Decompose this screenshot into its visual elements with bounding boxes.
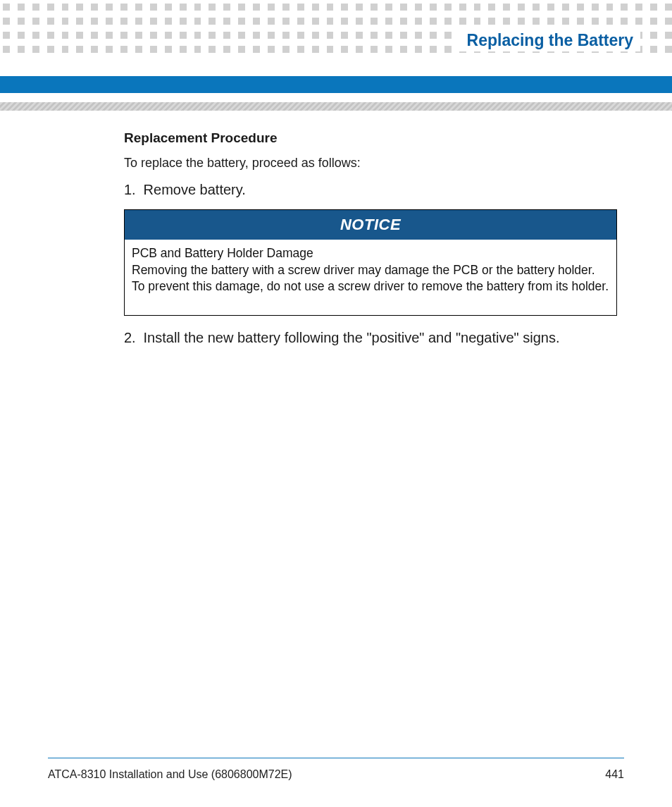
section-heading: Replacement Procedure [124, 130, 617, 146]
footer-doc-title: ATCA-8310 Installation and Use (6806800M… [48, 768, 292, 781]
footer-page-number: 441 [605, 768, 624, 781]
step-number: 2. [124, 330, 139, 346]
intro-text: To replace the battery, proceed as follo… [124, 156, 617, 171]
step-2: 2. Install the new battery following the… [124, 330, 617, 346]
header-blue-bar [0, 76, 672, 93]
chapter-title: Replacing the Battery [454, 30, 640, 51]
step-1: 1. Remove battery. [124, 182, 617, 198]
footer-rule [48, 758, 624, 758]
main-content: Replacement Procedure To replace the bat… [124, 130, 617, 357]
notice-header: NOTICE [125, 210, 616, 240]
footer: ATCA-8310 Installation and Use (6806800M… [48, 768, 624, 781]
notice-box: NOTICE PCB and Battery Holder Damage Rem… [124, 209, 617, 316]
header-gray-bar [0, 102, 672, 111]
notice-body: PCB and Battery Holder Damage Removing t… [125, 240, 616, 315]
step-number: 1. [124, 182, 139, 198]
notice-text: Removing the battery with a screw driver… [132, 262, 609, 295]
notice-title: PCB and Battery Holder Damage [132, 245, 609, 262]
step-text: Install the new battery following the "p… [144, 330, 560, 345]
notice-label: NOTICE [340, 216, 401, 233]
step-text: Remove battery. [144, 182, 246, 197]
